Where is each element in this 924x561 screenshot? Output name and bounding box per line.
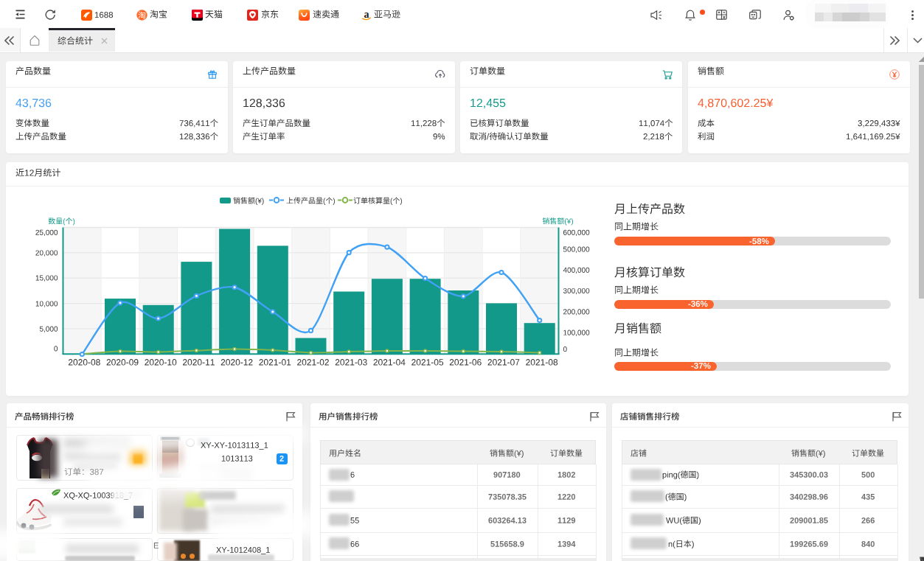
svg-text:a: a (364, 9, 369, 20)
